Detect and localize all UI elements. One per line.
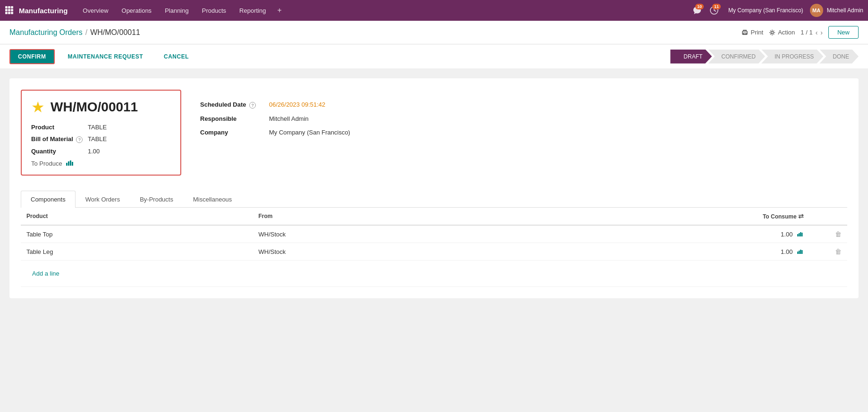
delete-row-button[interactable]: 🗑 <box>835 248 842 255</box>
tabs-list: Components Work Orders By-Products Misce… <box>21 191 847 208</box>
action-label: Action <box>778 29 795 36</box>
print-label: Print <box>750 29 763 36</box>
app-grid-icon[interactable] <box>5 6 13 16</box>
scheduled-date-row: Scheduled Date ? 06/26/2023 09:51:42 <box>200 101 847 109</box>
breadcrumb-actions: Print Action 1 / 1 ‹ › New <box>742 26 859 39</box>
bom-label: Bill of Material ? <box>31 135 88 143</box>
messages-button[interactable]: 10 <box>690 3 705 18</box>
row-product: Table Leg <box>21 243 253 261</box>
svg-rect-19 <box>800 232 801 236</box>
svg-rect-15 <box>70 160 71 166</box>
maintenance-request-button[interactable]: MAINTENANCE REQUEST <box>60 50 151 63</box>
responsible-label: Responsible <box>200 115 261 122</box>
col-product-header: Product <box>21 208 253 225</box>
svg-rect-1 <box>8 6 10 8</box>
sort-icon[interactable]: ⇄ <box>798 212 804 220</box>
new-button[interactable]: New <box>828 26 859 39</box>
responsible-value[interactable]: Mitchell Admin <box>269 115 309 122</box>
svg-rect-13 <box>66 163 67 166</box>
quantity-field-row: Quantity 1.00 <box>31 148 171 155</box>
col-to-consume-header: To Consume ⇄ <box>489 208 809 225</box>
company-value: My Company (San Francisco) <box>269 129 350 136</box>
breadcrumb-separator: / <box>85 28 87 37</box>
tab-components[interactable]: Components <box>21 191 76 208</box>
cancel-button[interactable]: CANCEL <box>156 50 196 63</box>
to-produce-row: To Produce <box>31 160 171 167</box>
avatar[interactable]: MA <box>810 4 823 17</box>
gear-icon <box>769 29 775 36</box>
print-button[interactable]: Print <box>742 29 763 36</box>
status-in-progress[interactable]: IN PROGRESS <box>761 50 823 64</box>
messages-badge: 10 <box>695 4 704 9</box>
table-row: Table Top WH/Stock 1.00 🗑 <box>21 225 847 243</box>
star-icon[interactable]: ★ <box>31 98 45 116</box>
nav-planning[interactable]: Planning <box>159 5 194 16</box>
row-to-consume: 1.00 <box>489 243 809 261</box>
confirm-button[interactable]: CONFIRM <box>9 49 55 64</box>
add-line-button[interactable]: Add a line <box>26 265 65 282</box>
svg-rect-24 <box>801 250 803 254</box>
clock-button[interactable]: 11 <box>707 3 722 18</box>
svg-rect-16 <box>72 162 73 166</box>
svg-rect-7 <box>8 12 10 14</box>
tab-miscellaneous[interactable]: Miscellaneous <box>183 191 242 208</box>
svg-rect-17 <box>797 234 799 236</box>
to-produce-chart-icon[interactable] <box>66 160 74 167</box>
company-label: Company <box>200 129 261 136</box>
left-actions: CONFIRM MAINTENANCE REQUEST CANCEL <box>9 49 196 64</box>
order-id: WH/MO/00011 <box>51 100 138 115</box>
nav-overview[interactable]: Overview <box>77 5 114 16</box>
bom-value[interactable]: TABLE <box>88 135 107 143</box>
bom-field-row: Bill of Material ? TABLE <box>31 135 171 143</box>
svg-rect-14 <box>68 161 69 166</box>
user-name: Mitchell Admin <box>827 7 863 14</box>
clock-badge: 11 <box>712 4 721 9</box>
components-table: Product From To Consume ⇄ Table Top WH/S… <box>21 208 847 287</box>
svg-rect-18 <box>799 233 800 236</box>
svg-rect-4 <box>8 9 10 11</box>
add-menu-button[interactable]: + <box>273 4 285 17</box>
form-card: ★ WH/MO/00011 Product TABLE Bill of Mate… <box>9 78 859 298</box>
svg-rect-3 <box>5 9 8 11</box>
row-chart-icon[interactable] <box>797 231 804 238</box>
row-to-consume: 1.00 <box>489 225 809 243</box>
order-info-box: ★ WH/MO/00011 Product TABLE Bill of Mate… <box>21 90 181 176</box>
svg-rect-23 <box>800 250 801 254</box>
row-chart-icon[interactable] <box>797 248 804 255</box>
status-done[interactable]: DONE <box>819 50 859 64</box>
to-produce-label: To Produce <box>31 160 62 167</box>
svg-rect-22 <box>799 251 800 254</box>
tab-by-products[interactable]: By-Products <box>130 191 183 208</box>
breadcrumb-parent[interactable]: Manufacturing Orders <box>9 28 83 37</box>
product-value[interactable]: TABLE <box>88 124 107 131</box>
svg-rect-0 <box>5 6 8 8</box>
quantity-label: Quantity <box>31 148 88 155</box>
scheduled-date-value[interactable]: 06/26/2023 09:51:42 <box>269 101 325 108</box>
status-bar: DRAFT CONFIRMED IN PROGRESS DONE <box>670 50 859 64</box>
nav-reporting[interactable]: Reporting <box>234 5 271 16</box>
pagination-text: 1 / 1 <box>801 29 812 36</box>
delete-row-button[interactable]: 🗑 <box>835 230 842 238</box>
prev-page-button[interactable]: ‹ <box>816 29 818 36</box>
quantity-value[interactable]: 1.00 <box>88 148 100 155</box>
tab-work-orders[interactable]: Work Orders <box>76 191 130 208</box>
responsible-row: Responsible Mitchell Admin <box>200 115 847 122</box>
status-confirmed[interactable]: CONFIRMED <box>708 50 765 64</box>
status-draft[interactable]: DRAFT <box>670 50 712 64</box>
next-page-button[interactable]: › <box>820 29 823 36</box>
product-label: Product <box>31 124 88 131</box>
pagination: 1 / 1 ‹ › <box>801 29 823 36</box>
svg-point-12 <box>771 31 774 34</box>
row-product: Table Top <box>21 225 253 243</box>
tabs-container: Components Work Orders By-Products Misce… <box>21 191 847 287</box>
col-from-header: From <box>253 208 489 225</box>
row-from: WH/Stock <box>253 225 489 243</box>
bom-help-icon[interactable]: ? <box>76 136 83 143</box>
col-actions-header <box>809 208 847 225</box>
svg-rect-5 <box>11 9 13 11</box>
table-row: Table Leg WH/Stock 1.00 🗑 <box>21 243 847 261</box>
scheduled-date-help-icon[interactable]: ? <box>249 102 256 109</box>
action-button[interactable]: Action <box>769 29 795 36</box>
nav-operations[interactable]: Operations <box>116 5 158 16</box>
nav-products[interactable]: Products <box>196 5 232 16</box>
